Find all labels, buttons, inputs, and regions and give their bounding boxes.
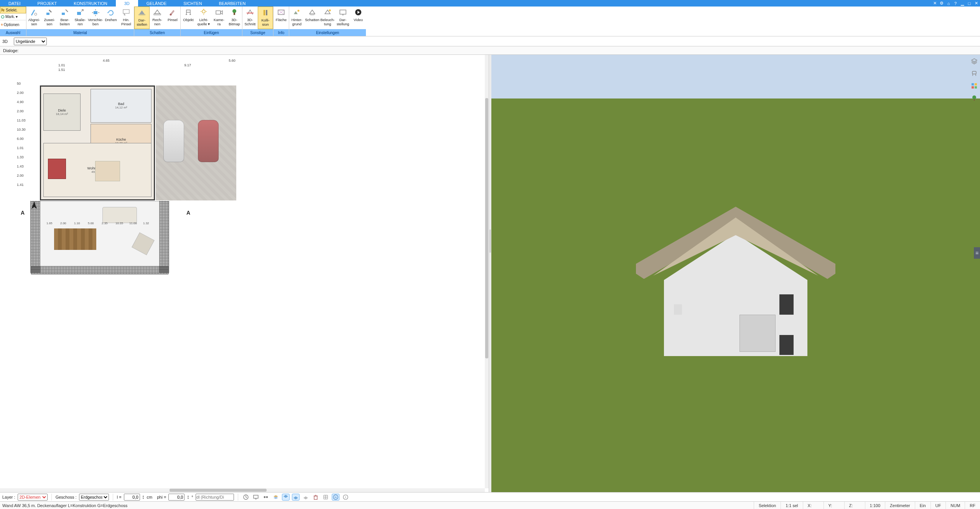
dim-value: 4.65: [103, 59, 110, 62]
plane-icon[interactable]: [292, 494, 300, 501]
layers2-icon[interactable]: [272, 494, 280, 501]
menu-tab-projekt[interactable]: PROJEKT: [29, 0, 66, 7]
dim-value: 10.30: [17, 128, 26, 131]
svg-text:N: N: [334, 496, 337, 499]
ribbon-drehen-button[interactable]: Drehen: [103, 7, 119, 29]
tree-icon[interactable]: [970, 94, 978, 102]
info-icon[interactable]: i: [342, 494, 349, 501]
plane2-icon[interactable]: [302, 494, 310, 501]
layers-icon[interactable]: [970, 57, 978, 66]
scrollbar-vertical[interactable]: [485, 55, 489, 488]
scrollbar-horizontal[interactable]: [0, 488, 485, 492]
ribbon-3dbitmap-button[interactable]: 3D- Bitmap: [227, 7, 242, 29]
iso-icon[interactable]: [282, 494, 290, 501]
north-arrow-icon: [29, 200, 39, 210]
ribbon-darstellung-button[interactable]: Dar- stellung: [335, 7, 351, 29]
phi-input[interactable]: [168, 494, 184, 501]
terrain-select[interactable]: Urgelände: [14, 38, 47, 45]
length-stepper[interactable]: ▲▼: [142, 495, 145, 499]
clock-icon[interactable]: [242, 494, 250, 501]
group-icon[interactable]: [262, 494, 270, 501]
ribbon-pinsel-button[interactable]: Pinsel: [165, 7, 180, 29]
menu-tab-3d[interactable]: 3D: [116, 0, 138, 7]
palette-icon[interactable]: [970, 82, 978, 90]
monitor-icon[interactable]: [252, 494, 260, 501]
grid-icon[interactable]: [322, 494, 329, 501]
maximize-button[interactable]: □: [966, 1, 972, 6]
floor-plan: 4.655.609.171.011.51 502.004.902.0011.03…: [5, 59, 483, 488]
ribbon-bearbeiten-button[interactable]: Bear- beiten: [57, 7, 72, 29]
ribbon-3dschnitt-button[interactable]: 3D- Schnitt: [242, 7, 258, 29]
ribbon-hinpinsel-button[interactable]: Hin. Pinsel: [119, 7, 134, 29]
app-icon-tool[interactable]: ✕: [932, 1, 938, 6]
menu-tab-datei[interactable]: DATEI: [0, 0, 29, 7]
ribbon-hintergrund-button[interactable]: Hinter- grund: [289, 7, 305, 29]
ribbon-objekt-button[interactable]: Objekt: [181, 7, 196, 29]
ribbon-darstellen-button[interactable]: Dar- stellen: [134, 7, 150, 29]
ribbon-group-header: Sonstige: [242, 29, 273, 36]
ribbon-group-einfügen: ObjektLicht- quelle ▾Kame- ra3D- BitmapE…: [180, 7, 242, 36]
menu-tab-gelände[interactable]: GELÄNDE: [138, 0, 175, 7]
app-icon-help[interactable]: ?: [952, 1, 959, 6]
ribbon-abgreisen-button[interactable]: Abgrei- sen: [26, 7, 42, 29]
ribbon-beleuchtung-label: Beleuch- tung: [320, 18, 335, 26]
hinpinsel-icon: [121, 8, 131, 16]
dim-value: 1.10: [74, 222, 80, 225]
ribbon-beleuchtung-button[interactable]: Beleuch- tung: [320, 7, 335, 29]
video-icon: [353, 8, 363, 16]
app-icon-home[interactable]: ⌂: [945, 1, 952, 6]
ribbon-zuweisen-button[interactable]: Zuwei- sen: [42, 7, 57, 29]
skalieren-icon: [75, 8, 85, 16]
view-bar: 3D Urgelände: [0, 36, 980, 46]
menu-tab-sichten[interactable]: SICHTEN: [175, 0, 210, 7]
options-button[interactable]: + Optionen: [0, 20, 26, 29]
length-input[interactable]: [124, 494, 140, 501]
car-silver: [163, 120, 184, 162]
north-icon[interactable]: N: [332, 494, 339, 501]
select-mode-button[interactable]: Selekt.: [0, 7, 26, 13]
layer-select[interactable]: 2D-Elemen: [18, 494, 48, 501]
app-icon-settings[interactable]: ⚙: [939, 1, 945, 6]
drehen-icon: [106, 8, 116, 16]
menu-tab-konstruktion[interactable]: KONSTRUKTION: [65, 0, 115, 7]
room-name: Küche: [116, 138, 126, 141]
pane-2d[interactable]: 4.655.609.171.011.51 502.004.902.0011.03…: [0, 55, 489, 492]
side-panel-handle[interactable]: [974, 247, 980, 259]
ribbon-schatten2-button[interactable]: Schatten: [305, 7, 320, 29]
svg-rect-6: [123, 10, 129, 13]
darstellen-icon: [137, 8, 147, 17]
room-name: Diele: [58, 108, 66, 112]
minimize-button[interactable]: ▁: [959, 1, 965, 6]
menu-tab-bearbeiten[interactable]: BEARBEITEN: [211, 0, 254, 7]
dim-value: 2.00: [17, 174, 24, 177]
svg-rect-3: [62, 13, 65, 15]
svg-point-17: [298, 10, 300, 12]
ribbon-verschieben-button[interactable]: Verschie- ben: [88, 7, 103, 29]
side-toolbar: [969, 57, 979, 102]
ribbon-kamera-button[interactable]: Kame- ra: [211, 7, 227, 29]
ribbon-lichtquelle-button[interactable]: Licht- quelle ▾: [196, 7, 211, 29]
dl-input[interactable]: [196, 494, 234, 501]
dim-value: 1.01: [17, 146, 24, 150]
mark-mode-button[interactable]: Mark. ▾: [0, 13, 26, 20]
close-button[interactable]: ✕: [973, 1, 979, 6]
pane-3d[interactable]: [491, 55, 980, 492]
dialog-label: Dialoge:: [3, 48, 18, 53]
ribbon-group-header: Einfügen: [181, 29, 242, 36]
ribbon-flaeche-button[interactable]: Fläche: [273, 7, 289, 29]
ribbon-rechnen-button[interactable]: Rech- nen: [150, 7, 165, 29]
phi-label: phi =: [157, 495, 166, 499]
floor-select[interactable]: Erdgeschos: [79, 494, 109, 501]
lichtquelle-icon: [199, 8, 209, 16]
patio: 1.652.001.105.002.3510.3511.081.32: [31, 201, 169, 274]
options-label: Optionen: [4, 23, 20, 27]
trash-icon[interactable]: [312, 494, 320, 501]
dim-value: 1.43: [17, 164, 24, 168]
phi-stepper[interactable]: ▲▼: [187, 495, 189, 499]
dim-value: 1.32: [143, 222, 149, 225]
ribbon-group-schatten: Dar- stellenRech- nenPinselSchatten: [134, 7, 180, 36]
ribbon-skalieren-button[interactable]: Skalie- ren: [72, 7, 88, 29]
ribbon-kollision-button[interactable]: Kolli- sion: [258, 7, 273, 29]
ribbon-video-button[interactable]: Video: [351, 7, 366, 29]
chair-icon[interactable]: [970, 69, 978, 78]
